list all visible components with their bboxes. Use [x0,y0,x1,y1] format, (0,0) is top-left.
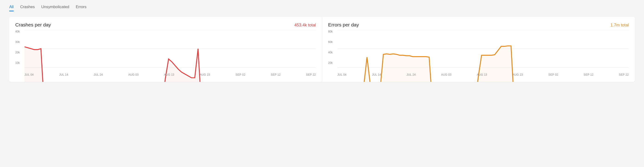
x-tick: AUG 03 [441,73,452,79]
x-tick: JUL 24 [406,73,416,79]
filter-tabs: All Crashes Unsymbolicated Errors [9,5,635,11]
y-tick: 30k [15,40,24,44]
y-tick: 80k [328,30,336,33]
x-tick: JUL 14 [372,73,381,79]
y-tick: 40k [328,51,336,54]
x-tick: SEP 12 [584,73,593,79]
x-tick: SEP 22 [306,73,316,79]
y-tick: 20k [328,61,336,65]
x-tick: AUG 23 [200,73,210,79]
panel-crashes: Crashes per day 453.4k total 40k 30k 20k… [9,17,322,82]
panel-title-errors: Errors per day [328,22,359,28]
x-tick: SEP 12 [271,73,280,79]
y-tick: 40k [15,30,24,33]
y-tick: 20k [15,51,24,54]
x-axis-errors: JUL 04 JUL 14 JUL 24 AUG 03 AUG 13 AUG 2… [338,73,629,79]
x-tick: AUG 13 [477,73,487,79]
tab-all[interactable]: All [9,5,14,11]
x-tick: AUG 03 [128,73,139,79]
tab-crashes[interactable]: Crashes [20,5,35,11]
y-axis-errors: 80k 60k 40k 20k [328,30,336,72]
y-tick: 10k [15,61,24,65]
tab-errors[interactable]: Errors [76,5,86,11]
x-tick: JUL 04 [24,73,34,79]
tab-unsymbolicated[interactable]: Unsymbolicated [41,5,69,11]
x-axis-crashes: JUL 04 JUL 14 JUL 24 AUG 03 AUG 13 AUG 2… [24,73,316,79]
x-tick: JUL 04 [338,73,346,79]
x-tick: SEP 02 [236,73,246,79]
chart-panels: Crashes per day 453.4k total 40k 30k 20k… [9,17,635,82]
y-tick: 60k [328,40,336,44]
x-tick: JUL 24 [94,73,103,79]
panel-errors: Errors per day 1.7m total 80k 60k 40k 20… [322,17,635,82]
panel-total-crashes: 453.4k total [294,23,316,28]
panel-total-errors: 1.7m total [610,23,629,28]
x-tick: AUG 23 [513,73,523,79]
x-tick: AUG 13 [164,73,174,79]
panel-title-crashes: Crashes per day [15,22,51,28]
x-tick: SEP 02 [548,73,558,79]
x-tick: SEP 22 [619,73,629,79]
y-axis-crashes: 40k 30k 20k 10k [15,30,24,72]
x-tick: JUL 14 [59,73,68,79]
